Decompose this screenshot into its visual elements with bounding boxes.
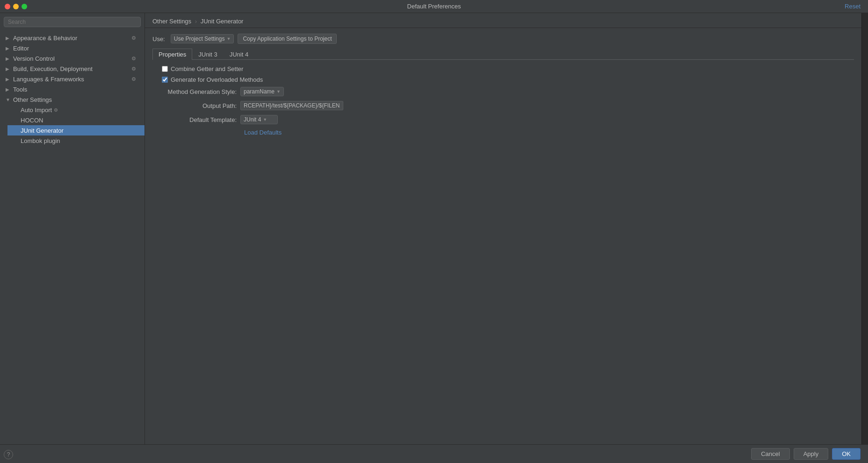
sidebar-item-appearance[interactable]: ▶ Appearance & Behavior ⚙ [0,33,145,43]
output-path-label: Output Path: [162,102,237,109]
tab-junit3[interactable]: JUnit 3 [192,49,223,60]
use-row: Use: Use Project Settings ▼ Copy Applica… [152,34,854,44]
breadcrumb-part1: Other Settings [152,18,191,25]
sidebar-item-version-control[interactable]: ▶ Version Control ⚙ [0,53,145,64]
apply-button[interactable]: Apply [794,448,829,460]
sidebar-item-hocon[interactable]: HOCON [7,115,145,125]
settings-icon: ⚙ [131,35,139,41]
expand-icon: ▼ [6,97,13,102]
sidebar-tree: ▶ Appearance & Behavior ⚙ ▶ Editor ▶ Ver… [0,31,145,444]
use-project-settings-dropdown[interactable]: Use Project Settings ▼ [171,34,234,43]
ok-button[interactable]: OK [832,448,861,460]
other-settings-children: Auto Import ⚙ HOCON JUnit Generator Lomb… [0,105,145,146]
load-defaults-link[interactable]: Load Defaults [244,129,282,136]
template-arrow-icon: ▼ [263,117,267,122]
expand-icon: ▶ [6,36,13,41]
sidebar-item-label: Languages & Frameworks [13,76,131,83]
right-panel: Other Settings › JUnit Generator Use: Us… [145,13,861,444]
minimize-button[interactable] [13,4,19,9]
side-strip [861,13,868,444]
sidebar-item-label: Editor [13,45,141,52]
copy-application-settings-button[interactable]: Copy Application Settings to Project [238,34,337,44]
sidebar-item-editor[interactable]: ▶ Editor [0,43,145,53]
tab-junit4[interactable]: JUnit 4 [224,49,254,60]
breadcrumb: Other Settings › JUnit Generator [145,13,861,28]
child-label: HOCON [21,117,43,124]
sidebar-item-label: Build, Execution, Deployment [13,65,131,72]
help-button[interactable]: ? [4,450,13,459]
method-style-value: paramName [244,88,275,95]
cancel-button[interactable]: Cancel [751,448,789,460]
default-template-row: Default Template: JUnit 4 ▼ [162,115,854,124]
default-template-value: JUnit 4 [244,116,261,123]
sidebar-item-junit-generator[interactable]: JUnit Generator [7,125,145,135]
use-label: Use: [152,36,165,43]
child-label: JUnit Generator [21,127,64,134]
generate-overloaded-row: Generate for Overloaded Methods [162,76,854,83]
close-button[interactable] [5,4,10,9]
sidebar-item-lombok-plugin[interactable]: Lombok plugin [7,135,145,146]
window-title: Default Preferences [407,3,461,10]
sidebar-item-label: Appearance & Behavior [13,35,131,42]
expand-icon: ▶ [6,66,13,71]
method-style-arrow-icon: ▼ [276,89,281,94]
method-style-dropdown[interactable]: paramName ▼ [240,87,284,96]
tabs-row: Properties JUnit 3 JUnit 4 [152,49,854,60]
sidebar-item-auto-import[interactable]: Auto Import ⚙ [7,105,145,115]
sidebar-item-build[interactable]: ▶ Build, Execution, Deployment ⚙ [0,64,145,74]
method-style-label: Method Generation Style: [162,88,237,95]
sidebar-item-label: Tools [13,86,141,93]
dropdown-value: Use Project Settings [174,36,225,42]
output-path-row: Output Path: [162,101,854,110]
expand-icon: ▶ [6,87,13,92]
tab-properties[interactable]: Properties [152,49,192,60]
vc-icon: ⚙ [131,56,139,62]
main-container: ▶ Appearance & Behavior ⚙ ▶ Editor ▶ Ver… [0,13,868,444]
expand-icon: ▶ [6,46,13,51]
expand-icon: ▶ [6,56,13,61]
child-label: Auto Import [21,107,52,114]
sidebar-item-label: Other Settings [13,96,141,103]
sidebar-item-tools[interactable]: ▶ Tools [0,84,145,94]
maximize-button[interactable] [22,4,27,9]
breadcrumb-separator: › [195,18,199,25]
breadcrumb-part2: JUnit Generator [201,18,244,25]
sidebar-item-label: Version Control [13,55,131,62]
auto-import-icon: ⚙ [54,107,58,113]
child-label: Lombok plugin [21,137,60,144]
dropdown-arrow-icon: ▼ [226,36,231,41]
generate-overloaded-label: Generate for Overloaded Methods [171,76,263,83]
content-area: Use: Use Project Settings ▼ Copy Applica… [145,28,861,444]
sidebar-item-other-settings[interactable]: ▼ Other Settings [0,94,145,105]
output-path-input[interactable] [240,101,343,110]
combine-getter-setter-row: Combine Getter and Setter [162,65,854,72]
combine-getter-setter-checkbox[interactable] [162,66,168,72]
expand-icon: ▶ [6,77,13,82]
lang-icon: ⚙ [131,76,139,82]
method-generation-style-row: Method Generation Style: paramName ▼ [162,87,854,96]
search-input[interactable] [4,17,141,27]
sidebar: ▶ Appearance & Behavior ⚙ ▶ Editor ▶ Ver… [0,13,145,444]
title-bar: Default Preferences Reset [0,0,868,13]
window-controls [5,4,27,9]
sidebar-item-languages[interactable]: ▶ Languages & Frameworks ⚙ [0,74,145,84]
load-defaults-row: Load Defaults [162,129,854,136]
bottom-bar: Cancel Apply OK [0,444,868,463]
reset-button[interactable]: Reset [845,3,861,10]
generate-overloaded-checkbox[interactable] [162,77,168,83]
default-template-dropdown[interactable]: JUnit 4 ▼ [240,115,278,124]
properties-form: Combine Getter and Setter Generate for O… [162,65,854,136]
combine-getter-setter-label: Combine Getter and Setter [171,65,243,72]
default-template-label: Default Template: [162,116,237,123]
build-icon: ⚙ [131,66,139,72]
